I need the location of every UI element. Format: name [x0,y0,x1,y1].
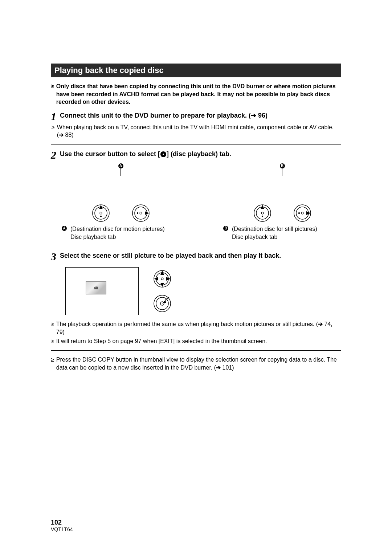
note-1: ≥ The playback operation is performed th… [51,320,341,336]
desc-b-line2: Disc playback tab [232,234,277,240]
svg-point-1 [163,154,164,155]
dial-stack [153,270,171,313]
cursor-all-icon [153,270,171,288]
col-b: B B (Destination disc for st [223,163,341,241]
step-number: 3 [51,251,56,262]
step-1-sub: ≥ When playing back on a TV, connect thi… [52,123,341,139]
bullet-dot: ≥ [52,123,55,139]
note-2: ≥ It will return to Step 5 on page 97 wh… [51,337,341,345]
dial-row-b [223,204,341,222]
doc-code: VQT1T64 [51,526,73,532]
step-3: 3 Select the scene or still picture to b… [51,251,341,345]
cursor-right-icon [132,204,150,222]
marker-line [282,168,282,176]
manual-page: Playing back the copied disc ≥ Only disc… [0,0,392,554]
step-2: 2 Use the cursor button to select [] (di… [51,150,341,241]
desc-a-text: (Destination disc for motion pictures) D… [70,225,165,241]
note3-text: Press the DISC COPY button in thumbnail … [56,356,341,371]
svg-point-20 [161,278,163,280]
marker-b: B [280,163,285,176]
arrow-icon: ➔ [216,364,221,371]
thumbnail-screen: 🏔 [65,267,139,315]
step2-title-pre: Use the cursor button to select [ [60,150,160,158]
step2-columns: A A (Destination disc for mo [62,163,341,241]
cursor-enter-icon [153,294,171,313]
bullet-dot: ≥ [51,337,54,345]
col-a: A A (Destination disc for mo [62,163,180,241]
step3-images: 🏔 [65,267,341,315]
arrow-icon: ➔ [318,321,323,327]
marker-a-label: A [118,163,123,168]
screen-placeholder-b [226,179,339,200]
note1-pre: The playback operation is performed the … [56,321,318,327]
marker-b-label: B [223,226,228,231]
cursor-up-icon [92,204,110,222]
bullet-dot: ≥ [51,356,54,371]
note3-pre: Press the DISC COPY button in thumbnail … [56,357,337,371]
note3-post: 101) [221,364,234,371]
note2-text: It will return to Step 5 on page 97 when… [56,337,267,345]
arrow-icon: ➔ [251,112,256,119]
desc-b-text: (Destination disc for still pictures) Di… [232,225,317,241]
page-number: 102 [51,519,73,526]
bullet-dot: ≥ [51,82,54,106]
desc-a: A (Destination disc for motion pictures)… [62,225,180,241]
section-header: Playing back the copied disc [51,64,341,77]
step-3-title: Select the scene or still picture to be … [60,251,281,260]
arrow-icon: ➔ [59,132,64,138]
step3-notes: ≥ The playback operation is performed th… [51,320,341,345]
desc-a-line1: (Destination disc for motion pictures) [70,226,165,232]
desc-b-line1: (Destination disc for still pictures) [232,226,317,232]
marker-a-label: A [62,226,67,231]
step1-sub-post: 88) [64,132,74,138]
svg-point-17 [298,212,299,214]
divider [51,350,341,351]
svg-point-12 [261,212,264,214]
svg-point-9 [136,212,138,214]
note-3: ≥ Press the DISC COPY button in thumbnai… [51,356,341,371]
step2-title-post: ] (disc playback) tab. [167,150,231,158]
cursor-right-icon [293,204,311,222]
svg-point-16 [301,212,303,214]
step-number: 2 [51,150,56,160]
intro-bullet: ≥ Only discs that have been copied by co… [51,82,341,106]
marker-b-label: B [280,163,285,168]
step-1-title: Connect this unit to the DVD burner to p… [60,111,268,120]
step1-title-pre: Connect this unit to the DVD burner to p… [60,112,251,119]
step-1: 1 Connect this unit to the DVD burner to… [51,111,341,139]
dial-row-a [62,204,180,222]
bottom-note: ≥ Press the DISC COPY button in thumbnai… [51,356,341,371]
page-footer: 102 VQT1T64 [51,519,73,532]
svg-point-13 [261,216,263,217]
bullet-dot: ≥ [51,320,54,336]
marker-line [121,168,121,176]
step1-sub-text: When playing back on a TV, connect this … [57,123,341,139]
divider [51,144,341,144]
note1-text: The playback operation is performed the … [56,320,341,336]
desc-a-line2: Disc playback tab [70,234,116,240]
screen-placeholder-a [65,179,177,200]
svg-point-4 [100,212,102,214]
step1-sub-pre: When playing back on a TV, connect this … [57,124,334,138]
svg-point-8 [140,212,142,214]
svg-point-5 [100,216,101,217]
intro-text: Only discs that have been copied by conn… [56,82,341,106]
disc-icon [160,151,167,158]
step-2-title: Use the cursor button to select [] (disc… [60,150,231,158]
thumbnail-image: 🏔 [86,281,106,294]
cursor-up-icon [253,204,271,222]
marker-a: A [118,163,123,176]
step1-title-post: 96) [256,112,268,119]
step-number: 1 [51,111,56,122]
divider [51,246,341,246]
desc-b: B (Destination disc for still pictures) … [223,225,341,241]
